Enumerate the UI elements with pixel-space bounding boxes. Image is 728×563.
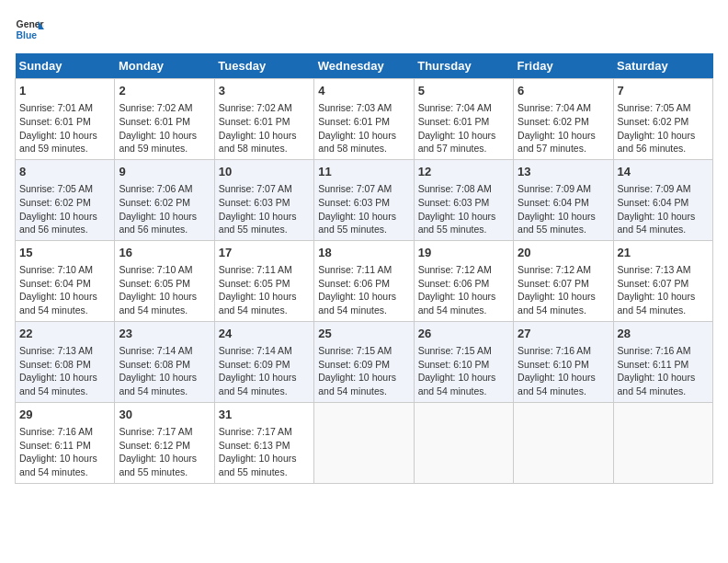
calendar-cell: 29Sunrise: 7:16 AM Sunset: 6:11 PM Dayli…: [16, 402, 115, 483]
calendar-cell: [514, 402, 613, 483]
day-number: 9: [119, 164, 210, 180]
calendar-cell: 4Sunrise: 7:03 AM Sunset: 6:01 PM Daylig…: [314, 79, 414, 160]
calendar-week-2: 8Sunrise: 7:05 AM Sunset: 6:02 PM Daylig…: [16, 159, 713, 240]
day-number: 5: [418, 83, 509, 99]
calendar-cell: 20Sunrise: 7:12 AM Sunset: 6:07 PM Dayli…: [514, 240, 613, 321]
day-number: 16: [119, 245, 210, 261]
calendar-cell: 31Sunrise: 7:17 AM Sunset: 6:13 PM Dayli…: [214, 402, 313, 483]
day-number: 10: [219, 164, 310, 180]
calendar-cell: 6Sunrise: 7:04 AM Sunset: 6:02 PM Daylig…: [514, 79, 613, 160]
calendar-cell: 30Sunrise: 7:17 AM Sunset: 6:12 PM Dayli…: [115, 402, 214, 483]
calendar-week-5: 29Sunrise: 7:16 AM Sunset: 6:11 PM Dayli…: [16, 402, 713, 483]
day-number: 29: [19, 407, 110, 423]
calendar-cell: 15Sunrise: 7:10 AM Sunset: 6:04 PM Dayli…: [16, 240, 115, 321]
calendar-cell: 27Sunrise: 7:16 AM Sunset: 6:10 PM Dayli…: [514, 321, 613, 402]
day-number: 19: [418, 245, 509, 261]
calendar-cell: 21Sunrise: 7:13 AM Sunset: 6:07 PM Dayli…: [613, 240, 712, 321]
day-number: 8: [19, 164, 110, 180]
day-header-tuesday: Tuesday: [214, 53, 313, 79]
day-number: 23: [119, 326, 210, 342]
calendar-cell: 26Sunrise: 7:15 AM Sunset: 6:10 PM Dayli…: [414, 321, 513, 402]
calendar-week-3: 15Sunrise: 7:10 AM Sunset: 6:04 PM Dayli…: [16, 240, 713, 321]
svg-text:Blue: Blue: [17, 30, 38, 40]
day-number: 3: [219, 83, 310, 99]
day-header-thursday: Thursday: [414, 53, 513, 79]
calendar-cell: [314, 402, 414, 483]
calendar-cell: 28Sunrise: 7:16 AM Sunset: 6:11 PM Dayli…: [613, 321, 712, 402]
day-header-friday: Friday: [514, 53, 613, 79]
day-number: 12: [418, 164, 509, 180]
calendar-header: SundayMondayTuesdayWednesdayThursdayFrid…: [16, 53, 713, 79]
calendar-cell: [414, 402, 513, 483]
calendar-week-1: 1Sunrise: 7:01 AM Sunset: 6:01 PM Daylig…: [16, 79, 713, 160]
calendar-cell: 22Sunrise: 7:13 AM Sunset: 6:08 PM Dayli…: [16, 321, 115, 402]
logo-icon: General Blue: [15, 15, 44, 44]
calendar-cell: 11Sunrise: 7:07 AM Sunset: 6:03 PM Dayli…: [314, 159, 414, 240]
calendar-cell: 14Sunrise: 7:09 AM Sunset: 6:04 PM Dayli…: [613, 159, 712, 240]
day-number: 17: [219, 245, 310, 261]
day-number: 14: [618, 164, 709, 180]
day-number: 30: [119, 407, 210, 423]
calendar-cell: 12Sunrise: 7:08 AM Sunset: 6:03 PM Dayli…: [414, 159, 513, 240]
day-number: 2: [119, 83, 210, 99]
day-header-monday: Monday: [115, 53, 214, 79]
calendar-cell: 3Sunrise: 7:02 AM Sunset: 6:01 PM Daylig…: [214, 79, 313, 160]
day-number: 31: [219, 407, 310, 423]
day-number: 24: [219, 326, 310, 342]
day-number: 4: [318, 83, 409, 99]
day-number: 21: [618, 245, 709, 261]
calendar-cell: 17Sunrise: 7:11 AM Sunset: 6:05 PM Dayli…: [214, 240, 313, 321]
day-header-sunday: Sunday: [16, 53, 115, 79]
day-header-saturday: Saturday: [613, 53, 712, 79]
day-number: 6: [518, 83, 609, 99]
day-number: 26: [418, 326, 509, 342]
day-number: 1: [19, 83, 110, 99]
calendar-cell: 7Sunrise: 7:05 AM Sunset: 6:02 PM Daylig…: [613, 79, 712, 160]
day-number: 28: [618, 326, 709, 342]
calendar-cell: 23Sunrise: 7:14 AM Sunset: 6:08 PM Dayli…: [115, 321, 214, 402]
calendar-cell: 5Sunrise: 7:04 AM Sunset: 6:01 PM Daylig…: [414, 79, 513, 160]
logo: General Blue: [15, 15, 44, 44]
calendar-cell: 10Sunrise: 7:07 AM Sunset: 6:03 PM Dayli…: [214, 159, 313, 240]
calendar-cell: 19Sunrise: 7:12 AM Sunset: 6:06 PM Dayli…: [414, 240, 513, 321]
calendar-cell: 24Sunrise: 7:14 AM Sunset: 6:09 PM Dayli…: [214, 321, 313, 402]
day-number: 20: [518, 245, 609, 261]
calendar-body: 1Sunrise: 7:01 AM Sunset: 6:01 PM Daylig…: [16, 79, 713, 484]
calendar-cell: 8Sunrise: 7:05 AM Sunset: 6:02 PM Daylig…: [16, 159, 115, 240]
calendar-cell: 1Sunrise: 7:01 AM Sunset: 6:01 PM Daylig…: [16, 79, 115, 160]
calendar-cell: 25Sunrise: 7:15 AM Sunset: 6:09 PM Dayli…: [314, 321, 414, 402]
page-header: General Blue: [15, 15, 713, 44]
day-number: 22: [19, 326, 110, 342]
day-number: 11: [318, 164, 409, 180]
calendar-cell: [613, 402, 712, 483]
day-number: 13: [518, 164, 609, 180]
calendar-cell: 18Sunrise: 7:11 AM Sunset: 6:06 PM Dayli…: [314, 240, 414, 321]
day-number: 27: [518, 326, 609, 342]
day-number: 18: [318, 245, 409, 261]
calendar-cell: 2Sunrise: 7:02 AM Sunset: 6:01 PM Daylig…: [115, 79, 214, 160]
day-number: 15: [19, 245, 110, 261]
calendar-week-4: 22Sunrise: 7:13 AM Sunset: 6:08 PM Dayli…: [16, 321, 713, 402]
calendar-cell: 9Sunrise: 7:06 AM Sunset: 6:02 PM Daylig…: [115, 159, 214, 240]
calendar-cell: 16Sunrise: 7:10 AM Sunset: 6:05 PM Dayli…: [115, 240, 214, 321]
calendar-table: SundayMondayTuesdayWednesdayThursdayFrid…: [15, 53, 713, 484]
day-number: 25: [318, 326, 409, 342]
calendar-cell: 13Sunrise: 7:09 AM Sunset: 6:04 PM Dayli…: [514, 159, 613, 240]
day-header-wednesday: Wednesday: [314, 53, 414, 79]
day-number: 7: [618, 83, 709, 99]
